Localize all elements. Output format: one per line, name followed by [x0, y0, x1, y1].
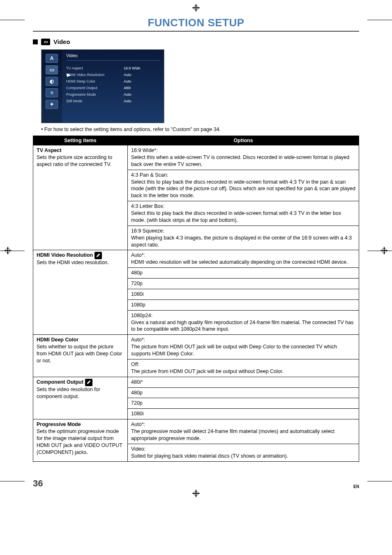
square-bullet-icon [33, 39, 38, 44]
osd-sidebar: A ▭ ◐ ≡ ✦ ▶ [42, 50, 62, 123]
osd-row: Still ModeAuto [66, 98, 160, 104]
osd-title: Video [66, 53, 160, 61]
option-cell: Video:Suited for playing back video mate… [128, 444, 359, 461]
crop-rule [367, 20, 392, 20]
page-number: 36 [33, 478, 43, 489]
col-header-items: Setting items [33, 136, 128, 145]
osd-row-key: HDMI Deep Color [66, 79, 111, 83]
crop-rule [0, 251, 25, 251]
crop-rule [367, 481, 392, 481]
option-cell: Auto*:The progressive mode will detect 2… [128, 419, 359, 444]
osd-row-value: Auto [124, 79, 131, 83]
page-footer: 36 EN [33, 478, 359, 489]
section-heading: ▭ Video [33, 38, 359, 45]
option-cell: Off:The picture from HDMI OUT jack will … [128, 359, 359, 377]
option-cell: 1080p [128, 299, 359, 310]
osd-row: HDMI Video ResolutionAuto [66, 71, 160, 78]
osd-main-panel: Video TV Aspect16:9 WideHDMI Video Resol… [62, 50, 164, 123]
option-cell: 1080p24:Gives a natural and high quality… [128, 310, 359, 335]
osd-side-icon-other: ✦ [46, 100, 58, 109]
option-cell: 480p [128, 387, 359, 398]
osd-row-value: 16:9 Wide [124, 66, 141, 70]
osd-row: Progressive ModeAuto [66, 91, 160, 98]
setting-item-cell: TV AspectSets the picture size according… [33, 145, 128, 250]
table-row: TV AspectSets the picture size according… [33, 145, 359, 170]
table-row: HDMI Deep ColorSets whether to output th… [33, 335, 359, 359]
crop-rule [0, 481, 25, 481]
osd-row-key: Component Output [66, 86, 111, 90]
page-title: FUNCTION SETUP [33, 16, 359, 29]
crop-rule [0, 20, 25, 20]
setting-item-title: HDMI Deep Color [37, 337, 78, 343]
title-underline [33, 31, 359, 32]
setting-item-cell: Progressive ModeSets the optimum progres… [33, 419, 128, 461]
osd-row-value: Auto [124, 92, 131, 97]
option-cell: 4:3 Letter Box:Select this to play back … [128, 201, 359, 226]
setting-item-cell: Component OutputSets the video resolutio… [33, 377, 128, 419]
osd-side-icon-letter: A [46, 54, 58, 63]
option-cell: 480p [128, 268, 359, 279]
setting-item-desc: Sets whether to output the picture from … [37, 344, 122, 364]
osd-side-icon-lang: ≡ [46, 88, 58, 97]
registration-mark-top [192, 4, 200, 12]
col-header-options: Options [128, 136, 359, 145]
osd-row-key: TV Aspect [66, 66, 111, 70]
osd-row-value: 480i [124, 86, 131, 90]
setting-item-desc: Sets the picture size according to aspec… [37, 154, 112, 167]
osd-row: TV Aspect16:9 Wide [66, 65, 160, 71]
language-code: EN [353, 484, 359, 489]
crop-rule [367, 251, 392, 251]
osd-side-icon-video: ▭ [46, 65, 58, 74]
wrench-icon [95, 252, 102, 259]
option-cell: Auto*:The picture from HDMI OUT jack wil… [128, 335, 359, 359]
registration-mark-bottom [192, 490, 200, 497]
setting-item-title: HDMI Video Resolution [37, 253, 93, 258]
option-cell: 4:3 Pan & Scan:Select this to play back … [128, 170, 359, 201]
setting-item-title: Component Output [37, 379, 83, 385]
table-row: Progressive ModeSets the optimum progres… [33, 419, 359, 444]
option-cell: 720p [128, 279, 359, 289]
option-cell: 1080i [128, 289, 359, 299]
osd-row-value: Auto [124, 99, 131, 103]
osd-row-key: Still Mode [66, 99, 111, 103]
setting-item-desc: Sets the video resolution for component … [37, 387, 100, 399]
option-cell: 720p [128, 398, 359, 409]
osd-arrow-icon: ▶ [67, 72, 71, 78]
option-cell: 480i* [128, 377, 359, 387]
setting-item-title: TV Aspect [37, 147, 62, 153]
osd-side-icon-audio: ◐ [46, 77, 58, 86]
osd-row-key: Progressive Mode [66, 92, 111, 97]
note-text: • For how to select the setting items an… [41, 127, 359, 132]
settings-table: Setting items Options TV AspectSets the … [33, 136, 359, 462]
osd-row: Component Output480i [66, 85, 160, 91]
setting-item-desc: Sets the HDMI video resolution. [37, 260, 109, 265]
setting-item-title: Progressive Mode [37, 421, 81, 427]
osd-screenshot: A ▭ ◐ ≡ ✦ ▶ Video TV Aspect16:9 WideHDMI… [41, 49, 164, 123]
osd-row-value: Auto [124, 73, 131, 77]
setting-item-desc: Sets the optimum progressive mode for th… [37, 428, 122, 455]
wrench-icon [85, 379, 92, 386]
option-cell: 16:9 Wide*:Select this when a wide-scree… [128, 145, 359, 170]
option-cell: 16:9 Squeeze:When playing back 4:3 image… [128, 226, 359, 250]
option-cell: Auto*:HDMI video resolution will be sele… [128, 250, 359, 268]
option-cell: 1080i [128, 409, 359, 419]
table-row: Component OutputSets the video resolutio… [33, 377, 359, 387]
osd-row-key: HDMI Video Resolution [66, 73, 111, 77]
osd-row: HDMI Deep ColorAuto [66, 78, 160, 85]
table-row: HDMI Video ResolutionSets the HDMI video… [33, 250, 359, 268]
setting-item-cell: HDMI Video ResolutionSets the HDMI video… [33, 250, 128, 335]
section-label: Video [53, 38, 70, 45]
setting-item-cell: HDMI Deep ColorSets whether to output th… [33, 335, 128, 377]
video-icon: ▭ [41, 39, 50, 45]
